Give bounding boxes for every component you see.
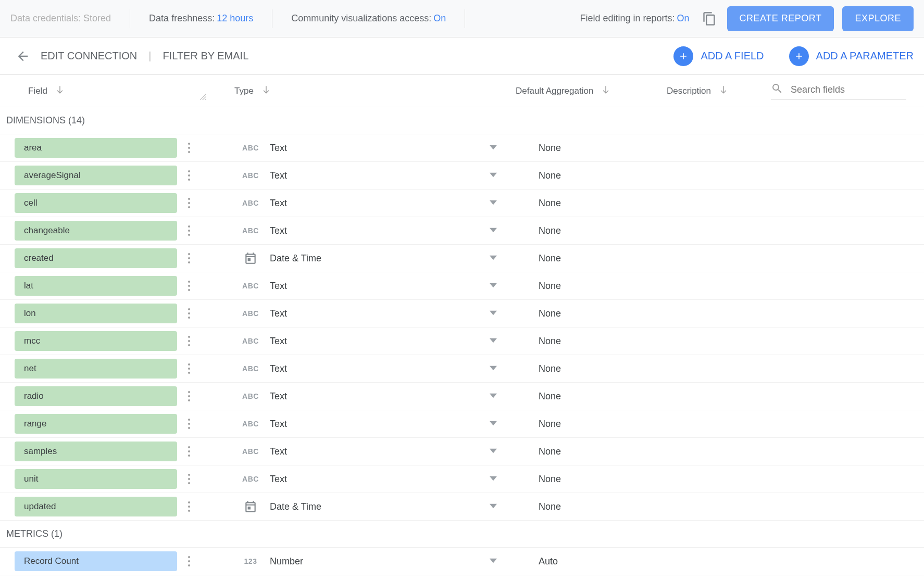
aggregation-cell[interactable]: None (516, 170, 667, 181)
chevron-down-icon[interactable] (490, 336, 497, 347)
column-header-field[interactable]: Field (0, 84, 203, 97)
chevron-down-icon[interactable] (490, 143, 497, 154)
field-chip[interactable]: net (15, 359, 177, 379)
field-chip[interactable]: created (15, 248, 177, 268)
chevron-down-icon[interactable] (490, 308, 497, 319)
column-header-aggregation[interactable]: Default Aggregation (516, 84, 667, 97)
chevron-down-icon[interactable] (490, 170, 497, 181)
more-options-icon[interactable] (183, 443, 195, 460)
chevron-down-icon[interactable] (490, 501, 497, 512)
add-field-button[interactable]: ADD A FIELD (673, 46, 764, 66)
table-row[interactable]: cellABCTextNone (0, 190, 924, 217)
table-row[interactable]: samplesABCTextNone (0, 438, 924, 465)
freshness-status[interactable]: Data freshness: 12 hours (130, 9, 272, 28)
aggregation-cell[interactable]: None (516, 336, 667, 347)
more-options-icon[interactable] (183, 471, 195, 487)
field-chip[interactable]: area (15, 138, 177, 158)
aggregation-cell[interactable]: None (516, 225, 667, 236)
type-cell[interactable]: ABCText (203, 391, 516, 402)
field-editing-value[interactable]: On (677, 13, 690, 24)
type-cell[interactable]: ABCText (203, 170, 516, 181)
sort-arrow-icon[interactable] (55, 84, 65, 97)
field-editing-status[interactable]: Field editing in reports: On (561, 9, 694, 28)
type-cell[interactable]: ABCText (203, 419, 516, 430)
freshness-value[interactable]: 12 hours (217, 13, 253, 24)
more-options-icon[interactable] (183, 498, 195, 515)
search-field-container[interactable] (771, 82, 906, 100)
table-row[interactable]: changeableABCTextNone (0, 217, 924, 245)
table-row[interactable]: unitABCTextNone (0, 465, 924, 493)
more-options-icon[interactable] (183, 553, 195, 570)
aggregation-cell[interactable]: Auto (516, 556, 667, 567)
type-cell[interactable]: Date & Time (203, 251, 516, 265)
field-chip[interactable]: updated (15, 497, 177, 516)
sort-arrow-icon[interactable] (718, 84, 729, 97)
more-options-icon[interactable] (183, 305, 195, 322)
create-report-button[interactable]: CREATE REPORT (727, 6, 834, 31)
chevron-down-icon[interactable] (490, 391, 497, 402)
table-row[interactable]: averageSignalABCTextNone (0, 162, 924, 190)
aggregation-cell[interactable]: None (516, 419, 667, 430)
aggregation-cell[interactable]: None (516, 363, 667, 374)
field-chip[interactable]: unit (15, 469, 177, 489)
table-row[interactable]: radioABCTextNone (0, 383, 924, 410)
type-cell[interactable]: ABCText (203, 446, 516, 457)
sort-arrow-icon[interactable] (261, 84, 271, 97)
chevron-down-icon[interactable] (490, 446, 497, 457)
chevron-down-icon[interactable] (490, 363, 497, 374)
more-options-icon[interactable] (183, 388, 195, 405)
community-viz-value[interactable]: On (433, 13, 446, 24)
chevron-down-icon[interactable] (490, 225, 497, 236)
chevron-down-icon[interactable] (490, 556, 497, 567)
table-row[interactable]: lonABCTextNone (0, 300, 924, 327)
type-cell[interactable]: 123Number (203, 556, 516, 567)
chevron-down-icon[interactable] (490, 419, 497, 430)
aggregation-cell[interactable]: None (516, 198, 667, 209)
table-row[interactable]: Record Count123NumberAuto (0, 548, 924, 575)
table-row[interactable]: updatedDate & TimeNone (0, 493, 924, 521)
aggregation-cell[interactable]: None (516, 143, 667, 154)
field-chip[interactable]: changeable (15, 221, 177, 241)
table-row[interactable]: createdDate & TimeNone (0, 245, 924, 272)
type-cell[interactable]: ABCText (203, 281, 516, 292)
field-chip[interactable]: lat (15, 276, 177, 296)
type-cell[interactable]: ABCText (203, 225, 516, 236)
aggregation-cell[interactable]: None (516, 391, 667, 402)
aggregation-cell[interactable]: None (516, 308, 667, 319)
copy-icon[interactable] (700, 9, 719, 28)
more-options-icon[interactable] (183, 415, 195, 432)
column-header-type[interactable]: Type (203, 84, 516, 97)
aggregation-cell[interactable]: None (516, 281, 667, 292)
back-arrow-icon[interactable] (15, 48, 31, 65)
type-cell[interactable]: ABCText (203, 308, 516, 319)
field-chip[interactable]: range (15, 414, 177, 434)
table-row[interactable]: areaABCTextNone (0, 134, 924, 162)
chevron-down-icon[interactable] (490, 281, 497, 292)
search-input[interactable] (791, 84, 895, 95)
aggregation-cell[interactable]: None (516, 501, 667, 512)
more-options-icon[interactable] (183, 167, 195, 184)
sort-arrow-icon[interactable] (601, 84, 611, 97)
chevron-down-icon[interactable] (490, 198, 497, 209)
field-chip[interactable]: cell (15, 193, 177, 213)
more-options-icon[interactable] (183, 140, 195, 156)
chevron-down-icon[interactable] (490, 253, 497, 264)
type-cell[interactable]: Date & Time (203, 500, 516, 513)
column-header-description[interactable]: Description (667, 84, 771, 97)
more-options-icon[interactable] (183, 250, 195, 267)
field-chip[interactable]: averageSignal (15, 166, 177, 185)
type-cell[interactable]: ABCText (203, 336, 516, 347)
table-row[interactable]: rangeABCTextNone (0, 410, 924, 438)
field-chip[interactable]: mcc (15, 331, 177, 351)
more-options-icon[interactable] (183, 278, 195, 294)
type-cell[interactable]: ABCText (203, 363, 516, 374)
edit-connection-breadcrumb[interactable]: EDIT CONNECTION (41, 50, 148, 62)
aggregation-cell[interactable]: None (516, 446, 667, 457)
filter-by-email-breadcrumb[interactable]: FILTER BY EMAIL (163, 50, 260, 62)
type-cell[interactable]: ABCText (203, 143, 516, 154)
type-cell[interactable]: ABCText (203, 198, 516, 209)
field-chip[interactable]: Record Count (15, 551, 177, 571)
explore-button[interactable]: EXPLORE (842, 6, 914, 31)
more-options-icon[interactable] (183, 333, 195, 349)
table-row[interactable]: netABCTextNone (0, 355, 924, 383)
